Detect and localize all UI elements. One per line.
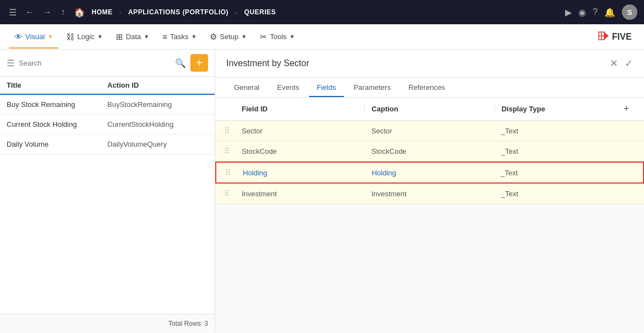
tab-general[interactable]: General	[226, 78, 267, 97]
col-header-display-type: Display Type	[495, 105, 618, 113]
forward-icon[interactable]: →	[41, 5, 54, 19]
list-item[interactable]: Daily Volume DailyVolumeQuery	[0, 135, 215, 154]
row-action-id: DailyVolumeQuery	[108, 140, 209, 148]
field-id-holding: Holding	[243, 169, 365, 177]
list-item[interactable]: Current Stock Holding CurrentStockHoldin…	[0, 115, 215, 135]
nav-item-tasks[interactable]: ≡ Tasks ▼	[157, 29, 202, 45]
drag-handle-icon[interactable]: ⠿	[224, 147, 242, 155]
tab-fields[interactable]: Fields	[309, 78, 344, 97]
up-icon[interactable]: ↑	[58, 5, 67, 19]
search-nav-icon[interactable]: ◉	[578, 7, 586, 18]
column-header-title: Title	[7, 81, 108, 89]
caption-stockcode: StockCode	[365, 147, 494, 155]
caption-investment: Investment	[365, 190, 494, 198]
top-nav-bar: ☰ ← → ↑ 🏠 HOME › APPLICATIONS (PORTFOLIO…	[0, 0, 644, 24]
add-field-col: +	[618, 103, 635, 115]
field-row-stockcode[interactable]: ⠿ StockCode StockCode _Text	[215, 141, 644, 162]
total-rows-label: Total Rows: 3	[0, 314, 215, 333]
nav-label-visual: Visual	[25, 33, 45, 41]
breadcrumb-sep1: ›	[119, 8, 121, 17]
row-title: Daily Volume	[7, 140, 108, 148]
filter-icon: ☰	[7, 58, 14, 68]
nav-right-actions: ▶ ◉ ? 🔔 S	[565, 4, 637, 20]
secondary-nav: 👁 Visual ▼ ⛓ Logic ▼ ⊞ Data ▼ ≡ Tasks ▼ …	[0, 24, 644, 50]
column-header-action: Action ID	[108, 81, 209, 89]
breadcrumb-home[interactable]: HOME	[92, 8, 113, 16]
field-id-investment: Investment	[242, 190, 365, 198]
display-type-stockcode: _Text	[494, 147, 618, 155]
nav-item-visual[interactable]: 👁 Visual ▼	[9, 29, 58, 45]
panel-title: Investment by Sector	[226, 58, 610, 68]
visual-dropdown-icon[interactable]: ▼	[47, 34, 53, 40]
field-id-stockcode: StockCode	[242, 147, 365, 155]
col-header-caption: Caption	[365, 105, 494, 113]
nav-item-setup[interactable]: ⚙ Setup ▼	[204, 29, 252, 45]
home-icon[interactable]: 🏠	[72, 5, 87, 20]
main-layout: ☰ 🔍 + Title Action ID Buy Stock Remainin…	[0, 50, 644, 333]
play-icon[interactable]: ▶	[565, 7, 572, 18]
avatar[interactable]: S	[622, 4, 637, 20]
svg-text:FIVE: FIVE	[612, 32, 632, 41]
menu-icon[interactable]: ☰	[7, 5, 19, 20]
display-type-sector: _Text	[494, 127, 618, 135]
search-icon[interactable]: 🔍	[175, 58, 186, 68]
nav-label-data: Data	[126, 33, 141, 41]
back-icon[interactable]: ←	[23, 5, 36, 19]
confirm-button[interactable]: ✓	[625, 57, 633, 69]
display-type-holding: _Text	[494, 169, 616, 177]
right-panel: Investment by Sector ✕ ✓ General Events …	[215, 50, 644, 333]
add-field-button[interactable]: +	[624, 103, 630, 115]
logic-icon: ⛓	[66, 32, 74, 41]
nav-label-tasks: Tasks	[170, 33, 188, 41]
row-title: Buy Stock Remaining	[7, 100, 108, 109]
drag-handle-icon[interactable]: ⠿	[224, 189, 242, 198]
data-icon: ⊞	[116, 32, 123, 42]
svg-marker-4	[604, 32, 609, 40]
five-logo: FIVE	[597, 28, 635, 46]
tasks-icon: ≡	[162, 32, 167, 41]
header-actions: ✕ ✓	[610, 57, 633, 69]
setup-icon: ⚙	[210, 32, 217, 42]
left-panel: ☰ 🔍 + Title Action ID Buy Stock Remainin…	[0, 50, 215, 333]
nav-item-tools[interactable]: ✂ Tools ▼	[254, 29, 300, 45]
nav-label-logic: Logic	[77, 33, 94, 41]
tabs-bar: General Events Fields Parameters Referen…	[215, 78, 644, 98]
tab-parameters[interactable]: Parameters	[346, 78, 398, 97]
list-item[interactable]: Buy Stock Remaining BuyStockRemaining	[0, 95, 215, 115]
logic-dropdown-icon[interactable]: ▼	[97, 34, 103, 40]
add-button[interactable]: +	[190, 54, 208, 72]
drag-handle-icon[interactable]: ⠿	[225, 168, 243, 177]
tools-dropdown-icon[interactable]: ▼	[290, 34, 295, 40]
nav-item-logic[interactable]: ⛓ Logic ▼	[61, 29, 108, 45]
left-table: Title Action ID Buy Stock Remaining BuyS…	[0, 77, 215, 314]
right-header: Investment by Sector ✕ ✓	[215, 50, 644, 78]
breadcrumb-sep2: ›	[235, 8, 237, 17]
search-bar: ☰ 🔍 +	[0, 50, 215, 77]
display-type-investment: _Text	[494, 190, 618, 198]
help-icon[interactable]: ?	[593, 7, 598, 17]
tab-references[interactable]: References	[401, 78, 453, 97]
fields-table: Field ID Caption Display Type + ⠿ Sector…	[215, 98, 644, 333]
field-row-investment[interactable]: ⠿ Investment Investment _Text	[215, 184, 644, 204]
row-title: Current Stock Holding	[7, 120, 108, 128]
data-dropdown-icon[interactable]: ▼	[144, 34, 150, 40]
tab-events[interactable]: Events	[269, 78, 307, 97]
row-action-id: CurrentStockHolding	[108, 120, 209, 128]
field-row-holding[interactable]: ⠿ Holding Holding _Text	[215, 162, 644, 184]
tasks-dropdown-icon[interactable]: ▼	[191, 34, 196, 40]
bell-icon[interactable]: 🔔	[604, 7, 615, 18]
nav-item-data[interactable]: ⊞ Data ▼	[110, 29, 155, 45]
close-button[interactable]: ✕	[610, 57, 618, 69]
fields-table-header: Field ID Caption Display Type +	[215, 98, 644, 121]
breadcrumb-queries[interactable]: QUERIES	[244, 8, 276, 16]
search-input[interactable]	[19, 59, 171, 67]
visual-icon: 👁	[14, 32, 23, 41]
field-row-sector[interactable]: ⠿ Sector Sector _Text	[215, 121, 644, 141]
breadcrumb-app[interactable]: APPLICATIONS (PORTFOLIO)	[128, 8, 228, 16]
nav-label-tools: Tools	[270, 33, 286, 41]
row-action-id: BuyStockRemaining	[108, 100, 209, 109]
left-table-header: Title Action ID	[0, 77, 215, 95]
setup-dropdown-icon[interactable]: ▼	[241, 34, 247, 40]
field-id-sector: Sector	[242, 127, 365, 135]
drag-handle-icon[interactable]: ⠿	[224, 126, 242, 135]
